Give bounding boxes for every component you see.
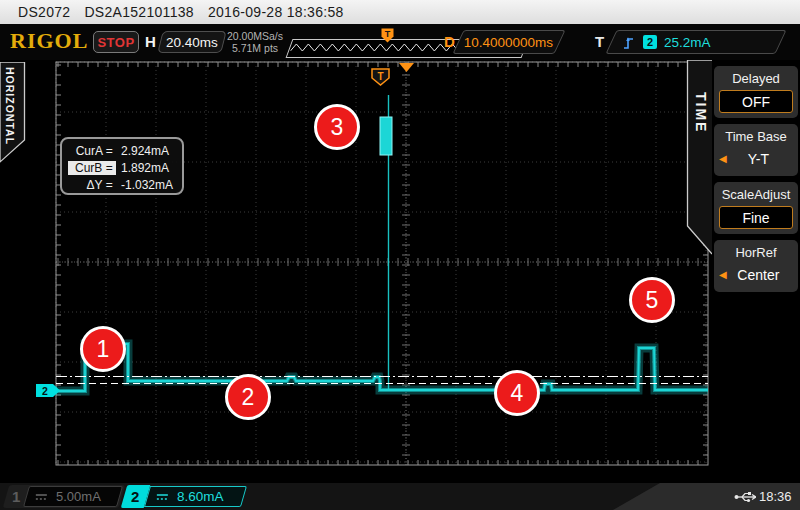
callout-5: 5	[629, 277, 675, 323]
menu-item-time-base-value: Y-T	[733, 151, 784, 167]
sample-rate: 20.00MSa/s	[224, 30, 286, 42]
status-bar: RIGOL STOP H 20.40ms 20.00MSa/s 5.71M pt…	[0, 24, 800, 60]
menu-item-scale-adjust-value: Fine	[719, 206, 793, 229]
callout-2: 2	[225, 374, 271, 420]
menu-item-time-base[interactable]: Time Base ◀ Y-T	[714, 124, 798, 176]
cursor-b-label: CurB =	[68, 161, 116, 175]
clock: 18:36	[759, 489, 792, 504]
channel2-block[interactable]: 2 8.60mA	[121, 485, 248, 508]
trigger-level-value: 25.2mA	[664, 35, 711, 50]
graticule-frame	[56, 62, 708, 465]
trigger-position-marker[interactable]: T	[372, 69, 389, 85]
delay-label: D	[444, 33, 455, 50]
title-bar: DS2072 DS2A152101138 2016-09-28 18:36:58	[0, 0, 800, 24]
trigger-label: T	[595, 33, 604, 50]
trigger-source-badge: 2	[643, 35, 657, 49]
acquisition-info: 20.00MSa/s 5.71M pts	[224, 30, 286, 54]
datetime: 2016-09-28 18:36:58	[208, 4, 344, 20]
menu-panel: Delayed OFF Time Base ◀ Y-T ScaleAdjust …	[712, 60, 800, 483]
channel1-number: 1	[12, 488, 20, 505]
channel1-scale: 5.00mA	[56, 489, 101, 504]
usb-icon	[734, 491, 756, 503]
left-triangle-icon: ◀	[719, 153, 727, 164]
rising-slope-icon	[622, 35, 635, 50]
graticule-canvas: T 2	[0, 60, 800, 483]
tab-horizontal-label: HORIZONTAL	[4, 67, 16, 145]
delta-y-value: -1.032mA	[121, 178, 176, 192]
svg-text:T: T	[385, 29, 391, 39]
oscilloscope-screen: DS2072 DS2A152101138 2016-09-28 18:36:58…	[0, 0, 800, 510]
tab-time[interactable]: TIME	[684, 60, 712, 256]
dc-coupling-icon	[156, 492, 169, 502]
callout-4: 4	[494, 370, 540, 416]
channel2-scale: 8.60mA	[177, 489, 224, 504]
delta-y-label: ΔY =	[68, 178, 116, 192]
menu-item-scale-adjust[interactable]: ScaleAdjust Fine	[714, 182, 798, 234]
serial-number: DS2A152101138	[84, 4, 194, 20]
svg-text:T: T	[377, 71, 383, 82]
scope-display: T 2 HORIZONTAL CurA = 2.924mA CurB = 1.	[0, 60, 800, 483]
menu-item-delayed[interactable]: Delayed OFF	[714, 66, 798, 118]
tab-horizontal[interactable]: HORIZONTAL	[0, 62, 26, 164]
cursor-a-value: 2.924mA	[121, 144, 176, 158]
callout-3: 3	[314, 104, 360, 150]
trigger-readout[interactable]: 2 25.2mA	[605, 30, 786, 54]
channel2-ground-marker[interactable]: 2	[36, 384, 60, 397]
menu-item-delayed-value: OFF	[719, 90, 793, 113]
cursor-b-value: 1.892mA	[121, 161, 176, 175]
channel1-block[interactable]: 1 5.00mA	[3, 485, 126, 508]
bottom-bar: 1 5.00mA 2 8.60mA	[0, 483, 800, 510]
cursor-readout-box: CurA = 2.924mA CurB = 1.892mA ΔY = -1.03…	[60, 137, 184, 195]
memory-depth: 5.71M pts	[224, 42, 286, 54]
dc-coupling-icon	[35, 492, 48, 502]
svg-text:2: 2	[42, 385, 48, 397]
callout-1: 1	[80, 326, 126, 372]
burst-pulse	[380, 117, 392, 155]
horizontal-center-marker	[399, 63, 414, 72]
timebase-readout[interactable]: 20.40ms	[157, 31, 226, 53]
run-state-label: STOP	[97, 35, 134, 50]
delay-readout[interactable]: 10.4000000ms	[452, 30, 565, 54]
graticule-grid	[56, 62, 708, 465]
left-triangle-icon: ◀	[719, 269, 727, 280]
rigol-logo: RIGOL	[10, 28, 88, 54]
run-state-badge: STOP	[93, 31, 139, 53]
horizontal-label: H	[145, 33, 156, 50]
cursor-a-label: CurA =	[68, 144, 116, 158]
trigger-position-marker-icon[interactable]: T	[381, 28, 394, 43]
tab-time-label: TIME	[693, 92, 709, 133]
menu-item-horref-value: Center	[733, 267, 784, 283]
model-name: DS2072	[18, 4, 70, 20]
menu-item-horref[interactable]: HorRef ◀ Center	[714, 240, 798, 292]
